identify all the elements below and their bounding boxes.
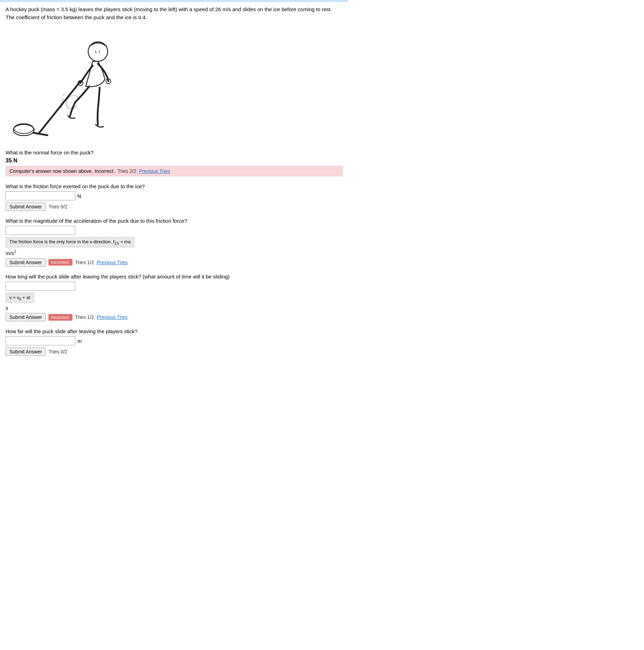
q1-answer: 35 N [6,158,343,164]
q1-text: What is the normal force on the puck? [6,150,343,155]
question-3: What is the magnitude of the acceleratio… [6,218,343,267]
q2-unit: N [77,193,81,199]
q3-unit-line: m/s2 [6,250,343,256]
q4-submit-button[interactable]: Submit Answer [6,313,46,321]
problem-line2: The coefficient of friction between the … [6,14,147,20]
q1-feedback-message: Computer's answer now shown above. Incor… [9,168,115,174]
q4-tries: Tries 1/2 [75,314,94,320]
q4-submit-row: Submit Answer Incorrect. Tries 1/2 Previ… [6,313,343,321]
question-5: How far will the puck slide after leavin… [6,328,343,356]
svg-text:iC: iC [60,90,79,114]
question-1: What is the normal force on the puck? 35… [6,150,343,176]
q3-incorrect-badge: Incorrect. [48,259,72,266]
q5-input[interactable] [6,336,75,345]
q5-tries: Tries 0/2 [48,349,67,354]
q4-text: How long will the puck slide after leavi… [6,274,343,280]
q3-tries: Tries 1/2 [75,260,94,265]
question-2: What is the friction force exerted on th… [6,183,343,211]
svg-line-6 [99,51,100,53]
svg-line-5 [95,51,96,53]
q2-submit-row: Submit Answer Tries 0/2 [6,202,343,211]
q4-prev-tries-link[interactable]: Previous Tries [97,314,128,320]
svg-point-1 [14,124,33,133]
q4-hint: v = v0 + at [6,293,34,303]
q4-input[interactable] [6,282,75,291]
q3-submit-button[interactable]: Submit Answer [6,258,46,267]
q5-text: How far will the puck slide after leavin… [6,328,343,334]
q4-unit: s [6,305,8,311]
q4-incorrect-badge: Incorrect. [48,314,72,321]
q1-prev-tries-link[interactable]: Previous Tries [139,168,170,174]
q5-unit: m [77,338,82,344]
q2-text: What is the friction force exerted on th… [6,183,343,189]
q1-tries: Tries 2/2 [117,168,136,174]
question-4: How long will the puck slide after leavi… [6,274,343,322]
hockey-image: iC [6,25,117,144]
q2-input[interactable] [6,191,75,200]
top-bar [0,0,348,2]
q3-text: What is the magnitude of the acceleratio… [6,218,343,224]
problem-statement: A hockey puck (mass = 3.5 kg) leaves the… [6,6,343,21]
q3-input[interactable] [6,226,75,235]
q3-prev-tries-link[interactable]: Previous Tries [97,260,128,265]
q5-submit-button[interactable]: Submit Answer [6,347,46,356]
q1-answer-value: 35 [6,158,12,163]
problem-line1: A hockey puck (mass = 3.5 kg) leaves the… [6,6,332,12]
q2-input-row: N [6,191,343,200]
q2-submit-button[interactable]: Submit Answer [6,202,46,211]
q4-input-row [6,282,343,291]
svg-point-0 [13,124,34,136]
q2-tries: Tries 0/2 [48,204,67,209]
svg-line-3 [33,133,47,135]
q1-answer-unit: N [13,158,17,163]
q3-hint: The friction force is the only force in … [6,237,135,247]
q5-input-row: m [6,336,343,345]
q5-submit-row: Submit Answer Tries 0/2 [6,347,343,356]
q3-submit-row: Submit Answer Incorrect. Tries 1/2 Previ… [6,258,343,267]
q4-unit-line: s [6,305,343,311]
q1-feedback-bar: Computer's answer now shown above. Incor… [6,166,343,176]
q3-input-row [6,226,343,235]
